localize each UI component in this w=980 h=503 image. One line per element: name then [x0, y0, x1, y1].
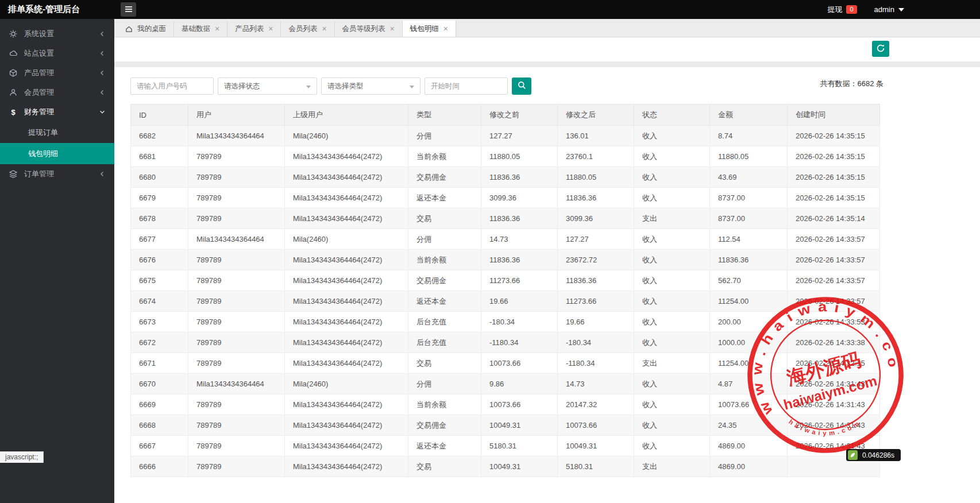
withdraw-button[interactable]: 提现 0	[827, 5, 856, 15]
table-cell: 11273.66	[481, 270, 558, 291]
toolbar	[114, 37, 980, 61]
table-row: 6669789789Mila1343434364464(2472)当前余额100…	[131, 394, 880, 415]
close-icon[interactable]: ×	[215, 25, 219, 33]
main-area: 我的桌面基础数据×产品列表×会员列表×会员等级列表×钱包明细× 请选择状态 请选…	[114, 0, 980, 477]
tab-wallet-detail[interactable]: 钱包明细×	[403, 21, 456, 37]
tabbar: 我的桌面基础数据×产品列表×会员列表×会员等级列表×钱包明细×	[114, 19, 980, 37]
close-icon[interactable]: ×	[322, 25, 326, 33]
tab-member-list[interactable]: 会员列表×	[281, 21, 334, 37]
table-cell: Mila1343434364464(2472)	[285, 394, 408, 415]
table-cell: 收入	[634, 436, 710, 456]
close-icon[interactable]: ×	[443, 25, 448, 33]
table-cell: 2026-02-26 14:35:14	[788, 208, 880, 229]
status-select[interactable]: 请选择状态	[218, 78, 317, 95]
table-cell: 2026-02-26 14:35:15	[788, 188, 880, 208]
app-title: 排单系统-管理后台	[0, 4, 114, 15]
table-cell: 5180.31	[558, 456, 634, 477]
sidebar-item-system-settings[interactable]: 系统设置	[0, 24, 114, 44]
table-row: 6677Mila1343434364464Mila(2460)分佣14.7312…	[131, 229, 880, 250]
table-row: 6676789789Mila1343434364464(2472)当前余额118…	[131, 250, 880, 270]
home-icon	[125, 25, 133, 33]
table-cell: Mila1343434364464(2472)	[285, 270, 408, 291]
sidebar-item-order-management[interactable]: 订单管理	[0, 164, 114, 184]
tab-basic-data[interactable]: 基础数据×	[174, 21, 227, 37]
table-cell: Mila(2460)	[285, 374, 408, 394]
finance-icon: $	[9, 108, 18, 117]
table-row: 6670Mila1343434364464Mila(2460)分佣9.8614.…	[131, 374, 880, 394]
sidebar-subitem-wallet-detail[interactable]: 钱包明细	[0, 143, 114, 164]
table-cell: 11880.05	[481, 146, 558, 167]
table-cell: 4869.00	[710, 456, 788, 477]
sidebar-toggle-button[interactable]	[121, 2, 136, 17]
refresh-button[interactable]	[872, 41, 889, 57]
trace-badge[interactable]: 0.046286s	[846, 449, 901, 461]
table-cell: 收入	[634, 332, 710, 353]
table-cell: 支出	[634, 456, 710, 477]
table-cell: 789789	[188, 332, 285, 353]
sidebar-subitem-label: 提现订单	[28, 127, 58, 138]
close-icon[interactable]: ×	[390, 25, 395, 33]
table-cell: -1180.34	[481, 332, 558, 353]
chevron-left-icon	[99, 171, 105, 177]
site-icon	[9, 49, 18, 58]
sidebar-item-member-management[interactable]: 会员管理	[0, 83, 114, 102]
user-menu[interactable]: admin	[874, 5, 904, 14]
table-row: 6673789789Mila1343434364464(2472)后台充值-18…	[131, 312, 880, 332]
tab-label: 会员列表	[288, 24, 317, 34]
sidebar-subitem-withdraw-orders[interactable]: 提现订单	[0, 122, 114, 143]
content-divider	[114, 61, 980, 67]
table-cell: 6674	[131, 291, 188, 312]
tab-member-level-list[interactable]: 会员等级列表×	[335, 21, 403, 37]
chevron-left-icon	[99, 31, 105, 37]
table-cell: 后台充值	[408, 312, 481, 332]
table-cell: 10049.31	[481, 456, 558, 477]
table-cell: 分佣	[408, 374, 481, 394]
table-row: 6668789789Mila1343434364464(2472)交易佣金100…	[131, 415, 880, 436]
close-icon[interactable]: ×	[268, 25, 273, 33]
table-cell: -1180.34	[558, 353, 634, 374]
table-cell: 收入	[634, 167, 710, 188]
table-cell: 112.54	[710, 229, 788, 250]
sidebar-item-product-management[interactable]: 产品管理	[0, 63, 114, 83]
table-cell: 返还本金	[408, 291, 481, 312]
table-cell: 2026-02-26 14:32:15	[788, 353, 880, 374]
table-row: 6681789789Mila1343434364464(2472)当前余额118…	[131, 146, 880, 167]
table-cell: 交易	[408, 353, 481, 374]
tab-label: 产品列表	[235, 24, 264, 34]
column-header: 修改之前	[481, 105, 558, 126]
table-cell: Mila1343434364464	[188, 126, 285, 146]
table-cell: 10073.66	[558, 415, 634, 436]
search-icon	[518, 81, 526, 91]
chevron-down-icon	[898, 8, 904, 11]
start-time-input[interactable]	[425, 78, 508, 95]
table-cell: 分佣	[408, 126, 481, 146]
table-cell: 789789	[188, 146, 285, 167]
table-cell: Mila1343434364464(2472)	[285, 312, 408, 332]
column-header: 类型	[408, 105, 481, 126]
table-cell: 20147.32	[558, 394, 634, 415]
table-cell: 11254.00	[710, 353, 788, 374]
table-cell: 562.70	[710, 270, 788, 291]
table-cell: 收入	[634, 270, 710, 291]
type-select[interactable]: 请选择类型	[321, 78, 420, 95]
tab-my-desktop[interactable]: 我的桌面	[118, 21, 174, 37]
table-cell: 6668	[131, 415, 188, 436]
sidebar-item-label: 产品管理	[24, 68, 54, 78]
withdraw-label: 提现	[827, 5, 842, 15]
table-cell: 6671	[131, 353, 188, 374]
sidebar-item-label: 会员管理	[24, 87, 54, 98]
table-cell: 6676	[131, 250, 188, 270]
table-cell: 2026-02-26 14:31:43	[788, 394, 880, 415]
member-icon	[9, 88, 18, 97]
tab-product-list[interactable]: 产品列表×	[227, 21, 281, 37]
table-cell: 2026-02-26 14:33:57	[788, 270, 880, 291]
search-button[interactable]	[512, 78, 531, 95]
table-cell: Mila1343434364464(2472)	[285, 456, 408, 477]
sidebar-item-finance-management[interactable]: $财务管理	[0, 102, 114, 122]
sidebar-subitem-label: 钱包明细	[28, 149, 58, 159]
sidebar-item-site-settings[interactable]: 站点设置	[0, 44, 114, 63]
user-number-input[interactable]	[130, 78, 214, 95]
table-cell: 4.87	[710, 374, 788, 394]
table-cell: 3099.36	[558, 208, 634, 229]
table-cell: 当前余额	[408, 250, 481, 270]
